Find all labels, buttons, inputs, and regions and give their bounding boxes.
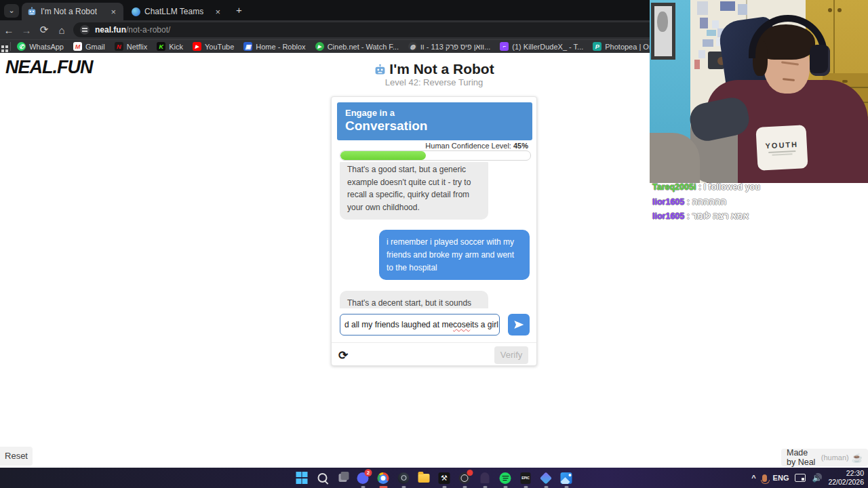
chat-input-row: d all my friends laughed at me cose its …	[340, 314, 530, 336]
ghost-app-icon[interactable]	[479, 472, 492, 485]
reload-icon[interactable]: ⟳	[35, 24, 53, 36]
chat-message: אמא רצה לומר	[692, 211, 749, 221]
made-by-credit[interactable]: Made by Neal (human) ☕	[781, 449, 868, 466]
twitch-icon: ⌐	[500, 42, 509, 51]
chatllm-favicon	[132, 7, 140, 16]
poster	[698, 50, 705, 58]
youtube-icon: ▶	[193, 42, 201, 51]
coffee-icon: ☕	[852, 453, 863, 463]
bookmark-twitch-killerdudex[interactable]: ⌐(1) KillerDudeX_ - T...	[500, 42, 583, 51]
bookmark-one-piece[interactable]: ◍וואן פיס פרק 113 - וו...	[408, 42, 490, 51]
stream-chat-line: lior1605 : אמא רצה לומר	[652, 211, 749, 221]
netflix-icon: N	[115, 42, 123, 51]
discord-icon[interactable]: 2	[357, 472, 370, 485]
chat-username[interactable]: lior1605	[652, 211, 684, 221]
screen: ⌄ I'm Not a Robot × ChatLLM Teams × + ← …	[0, 0, 868, 488]
taskbar: 2 ⚒ EPIC	[0, 468, 868, 488]
bookmark-roblox[interactable]: ▣Home - Roblox	[243, 42, 305, 51]
obs-icon[interactable]	[458, 472, 471, 485]
stream-chat-line: lior1605 : הההההה	[652, 197, 726, 207]
poster	[694, 60, 700, 69]
window-menu-button[interactable]: ⌄	[4, 4, 19, 18]
system-tray: ^ ENG 🔊 22:30 22/02/2026	[751, 468, 864, 488]
clock[interactable]: 22:30 22/02/2026	[828, 469, 864, 487]
chat-username[interactable]: Tareq2005i	[652, 182, 696, 192]
site-info-icon[interactable]	[80, 25, 90, 35]
globe-icon: ◍	[408, 42, 417, 51]
bookmark-netflix[interactable]: NNetflix	[115, 42, 148, 51]
header-line2: Conversation	[345, 119, 524, 134]
photopea-icon: P	[593, 42, 601, 51]
cineb-icon: ▶	[315, 42, 324, 51]
search-icon[interactable]	[316, 472, 329, 485]
start-button[interactable]	[296, 472, 309, 485]
home-icon[interactable]: ⌂	[53, 24, 71, 36]
tray-time: 22:30	[828, 469, 864, 478]
forward-icon[interactable]: →	[18, 24, 35, 36]
bookmark-cineb[interactable]: ▶Cineb.net - Watch F...	[315, 42, 399, 51]
refresh-icon[interactable]: ⟳	[338, 348, 348, 363]
chat-message: הההההה	[692, 197, 726, 207]
task-view-button[interactable]	[336, 472, 349, 485]
confidence-progress-track	[340, 150, 531, 161]
shirt-text: YOUTH	[765, 140, 798, 150]
reset-button[interactable]: Reset	[0, 447, 33, 466]
knob	[837, 8, 842, 12]
bookmark-whatsapp[interactable]: ✆WhatsApp	[17, 42, 64, 51]
card-header: Engage in a Conversation	[337, 102, 532, 140]
human-label: (human)	[821, 453, 849, 462]
gem-app-icon[interactable]	[540, 472, 553, 485]
chat-input[interactable]: d all my friends laughed at me cose its …	[340, 314, 500, 336]
whatsapp-icon: ✆	[17, 42, 26, 51]
bot-message: That's a decent start, but it sounds lik…	[340, 291, 488, 308]
poster	[707, 30, 716, 36]
divider	[332, 342, 536, 343]
photos-icon[interactable]	[560, 472, 573, 485]
user-message: i remember i played soccer with my frien…	[379, 230, 530, 280]
recording-dot	[467, 470, 473, 476]
bot-message: That's a good start, but a generic examp…	[340, 162, 488, 220]
tab-title: ChatLLM Teams	[144, 7, 203, 16]
webcam-overlay: YOUTH	[650, 0, 868, 183]
network-display-icon[interactable]	[795, 474, 806, 482]
confidence-label: Human Confidence Level: 45%	[425, 142, 528, 150]
tab-im-not-a-robot[interactable]: I'm Not a Robot ×	[22, 3, 123, 20]
tab-chatllm-teams[interactable]: ChatLLM Teams ×	[126, 3, 228, 20]
spotify-icon[interactable]	[499, 472, 512, 485]
file-explorer-icon[interactable]	[418, 472, 431, 485]
bookmark-gmail[interactable]: MGmail	[73, 42, 105, 51]
poster	[720, 1, 735, 11]
confidence-value: 45%	[513, 142, 528, 150]
send-icon	[513, 319, 524, 330]
curseforge-icon[interactable]: ⚒	[438, 472, 451, 485]
speaker-icon[interactable]: 🔊	[812, 473, 822, 483]
knob	[828, 8, 832, 12]
close-tab-icon[interactable]: ×	[108, 7, 118, 17]
new-tab-button[interactable]: +	[236, 4, 242, 16]
bookmark-kick[interactable]: KKick	[157, 42, 183, 51]
confidence-fill	[340, 151, 426, 160]
microphone-icon[interactable]	[762, 474, 767, 482]
wall-picture	[651, 3, 675, 60]
bookmark-youtube[interactable]: ▶YouTube	[193, 42, 234, 51]
header-line1: Engage in a	[345, 108, 524, 118]
poster	[738, 4, 747, 15]
close-tab-icon[interactable]: ×	[213, 7, 222, 17]
epic-games-icon[interactable]: EPIC	[519, 472, 532, 485]
challenge-card: Engage in a Conversation Human Confidenc…	[331, 96, 537, 366]
chrome-icon[interactable]	[377, 472, 390, 485]
steam-icon[interactable]	[397, 472, 410, 485]
kick-icon: K	[157, 42, 165, 51]
language-indicator[interactable]: ENG	[773, 474, 789, 482]
url-host: neal.fun	[95, 25, 126, 35]
apps-grid-icon[interactable]	[0, 41, 10, 52]
headphone-cup	[810, 45, 830, 76]
poster	[700, 18, 708, 28]
chevron-down-icon: ⌄	[8, 6, 14, 14]
chat-username[interactable]: lior1605	[652, 197, 684, 207]
send-button[interactable]	[508, 314, 530, 336]
verify-button[interactable]: Verify	[494, 346, 528, 364]
back-icon[interactable]: ←	[0, 24, 18, 36]
tray-chevron-icon[interactable]: ^	[751, 474, 755, 482]
misspelled-word: cose	[453, 320, 470, 329]
